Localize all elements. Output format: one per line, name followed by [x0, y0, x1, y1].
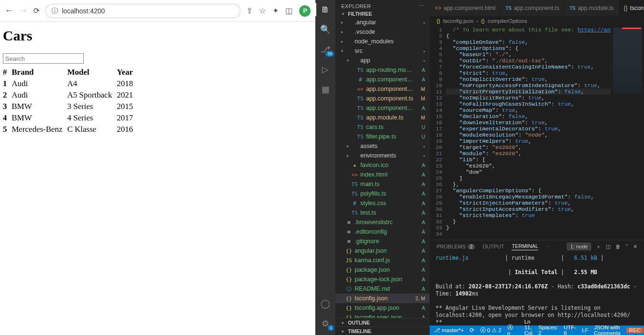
tree-file[interactable]: <>index.htmlA [335, 170, 430, 179]
search-input[interactable] [3, 53, 84, 64]
tree-file[interactable]: #styles.cssA [335, 198, 430, 208]
status-radio[interactable]: Ⓐ 0 [507, 324, 513, 335]
tree-file[interactable]: TSfilter.pipe.tsU [335, 132, 430, 141]
extensions-view-icon[interactable]: ▦ [320, 84, 331, 95]
tree-file[interactable]: ⓘREADME.mdA [335, 284, 430, 294]
output-tab[interactable]: OUTPUT [483, 244, 504, 249]
file-name: README.md [354, 286, 413, 292]
explorer-label: EXPLORER [341, 3, 371, 9]
tree-file[interactable]: TSpolyfills.tsA [335, 189, 430, 198]
tree-file[interactable]: TSapp-routing.module.tsA [335, 65, 430, 75]
terminal-tab[interactable]: TERMINAL [512, 243, 538, 250]
tree-folder[interactable]: ▸.angular● [335, 18, 430, 27]
source-control-icon[interactable]: ⎇35 [320, 44, 331, 55]
explorer-more-icon[interactable]: ⋯ [419, 3, 424, 9]
git-status: A [413, 305, 426, 311]
breadcrumb[interactable]: {} tsconfig.json › {} compilerOptions [430, 16, 644, 26]
tree-folder[interactable]: ▸.vscode [335, 27, 430, 37]
tree-file[interactable]: ≡.gitignoreA [335, 236, 430, 246]
git-status: ● [413, 154, 426, 158]
editor[interactable]: 1234567891011121314151617181920212223242… [430, 26, 644, 240]
tree-file[interactable]: TSapp.component.spec.tsA [335, 103, 430, 113]
back-button[interactable]: ← [5, 6, 13, 16]
tree-folder[interactable]: ▸assets● [335, 141, 430, 151]
tree-file[interactable]: ≡.editorconfigA [335, 227, 430, 236]
json-icon: {} [345, 248, 352, 254]
search-icon[interactable]: 🔍 [320, 24, 331, 35]
tree-file[interactable]: TSmain.tsA [335, 179, 430, 189]
git-status: ● [413, 21, 426, 24]
extensions-icon[interactable]: ✦ [272, 6, 279, 15]
tree-file[interactable]: JSkarma.conf.jsA [335, 256, 430, 265]
tree-file[interactable]: {}tsconfig.spec.jsonA [335, 313, 430, 318]
status-lncol[interactable]: Ln 11, Col 43 [524, 319, 533, 335]
editor-column: <>app.component.htmlTSapp.component.tsTS… [430, 0, 644, 335]
tree-file[interactable]: ≡.browserslistrcA [335, 217, 430, 227]
kill-terminal-icon[interactable]: 🗑 [615, 244, 621, 249]
sidepanel-icon[interactable]: ◫ [285, 6, 292, 15]
explorer-icon[interactable]: 🗎 [320, 4, 331, 15]
git-status: A [413, 219, 426, 225]
status-language[interactable]: JSON with Comments [594, 325, 621, 335]
tree-file[interactable]: ★favicon.icoA [335, 160, 430, 170]
tree-file[interactable]: #app.component.cssA [335, 75, 430, 84]
panel-maximize-icon[interactable]: ˄ [625, 244, 628, 250]
git-status: A [413, 257, 426, 263]
run-debug-icon[interactable]: ▷ [320, 64, 331, 75]
status-rec[interactable]: REC [626, 327, 644, 333]
breadcrumb-item[interactable]: compilerOptions [488, 18, 527, 24]
editor-tab[interactable]: TSapp.component.ts [501, 0, 564, 16]
tree-file[interactable]: {}package-lock.jsonA [335, 275, 430, 284]
timeline-header[interactable]: ▸TIMELINE [335, 326, 430, 335]
tree-file[interactable]: TSapp.component.tsM [335, 94, 430, 103]
tree-file[interactable]: TStest.tsA [335, 208, 430, 217]
outline-header[interactable]: ▸OUTLINE [335, 318, 430, 326]
split-terminal-icon[interactable]: ◫ [606, 244, 611, 250]
tree-file[interactable]: {}tsconfig.json2, M [335, 294, 430, 303]
tab-label: app.module.ts [578, 5, 614, 11]
terminal-selector[interactable]: 1: node [567, 243, 591, 250]
tree-folder[interactable]: ▸environments● [335, 151, 430, 160]
panel-close-icon[interactable]: ✕ [633, 244, 637, 250]
tree-file[interactable]: TScars.tsU [335, 122, 430, 132]
project-header[interactable]: ▾FILTHREE [335, 10, 430, 18]
editor-tab[interactable]: {}tsconfig.json✕ [619, 0, 644, 16]
breadcrumb-item[interactable]: tsconfig.json [443, 18, 473, 24]
tree-file[interactable]: {}package.jsonA [335, 265, 430, 275]
profile-avatar[interactable]: P [299, 5, 311, 17]
panel-more-icon[interactable]: ⋯ [546, 244, 551, 250]
sync-icon[interactable]: ⟳ [470, 327, 474, 334]
tree-folder[interactable]: ▾src● [335, 46, 430, 56]
url-bar[interactable]: ⓘ localhost:4200 [45, 4, 241, 18]
browser-actions: ⇪ ☆ ✦ ◫ P [246, 5, 311, 17]
file-name: .editorconfig [354, 228, 413, 235]
problems-tab[interactable]: PROBLEMS2 [436, 244, 475, 249]
tree-folder[interactable]: ▸node_modules [335, 37, 430, 46]
bookmark-icon[interactable]: ☆ [259, 6, 266, 15]
reload-button[interactable]: ⟳ [33, 6, 40, 15]
code-area[interactable]: /* To learn more about this file see: ht… [446, 26, 611, 240]
accounts-icon[interactable]: ◯ [320, 298, 331, 309]
file-name: index.html [360, 171, 413, 178]
tree-folder[interactable]: ▾app● [335, 56, 430, 65]
site-info-icon[interactable]: ⓘ [51, 7, 58, 15]
status-encoding[interactable]: UTF-8 [564, 325, 576, 335]
editor-tab[interactable]: TSapp.module.ts [564, 0, 619, 16]
editor-tab[interactable]: <>app.component.html [430, 0, 501, 16]
tree-file[interactable]: TSapp.module.tsM [335, 113, 430, 122]
minimap[interactable] [611, 26, 644, 240]
share-icon[interactable]: ⇪ [246, 6, 252, 15]
ts-icon: TS [356, 124, 364, 130]
tree-file[interactable]: {}tsconfig.app.jsonA [335, 303, 430, 313]
terminal-output[interactable]: runtime.js | runtime | 6.51 kB | | Initi… [430, 253, 644, 325]
tree-file[interactable]: <>app.component.htmlM [335, 84, 430, 94]
status-eol[interactable]: LF [582, 327, 588, 333]
tree-file[interactable]: {}angular.jsonA [335, 246, 430, 256]
git-branch[interactable]: ⎇ master*+ [433, 327, 463, 334]
file-name: tsconfig.spec.json [354, 314, 413, 318]
settings-gear-icon[interactable]: ⚙1 [320, 318, 331, 329]
status-errors[interactable]: ⓧ 0 ⚠ 2 [480, 327, 502, 334]
new-terminal-icon[interactable]: ＋ [596, 243, 601, 250]
status-spaces[interactable]: Spaces: 2 [538, 325, 558, 335]
forward-button[interactable]: → [19, 6, 28, 16]
